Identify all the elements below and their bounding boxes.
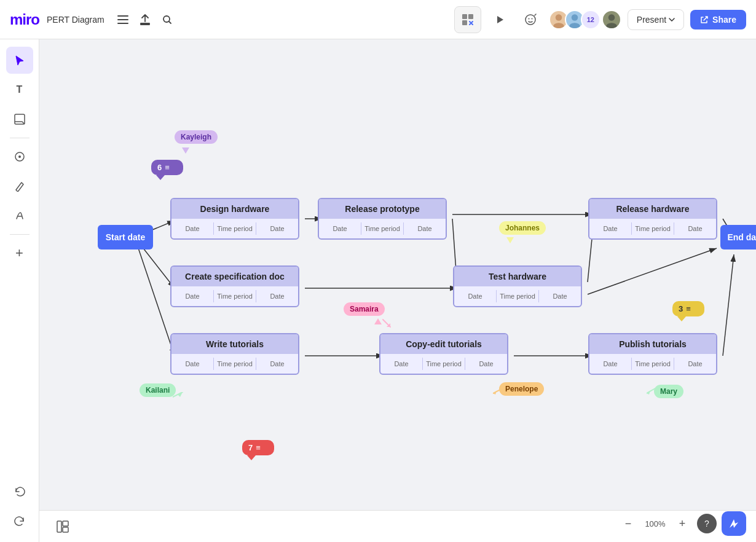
magic-button[interactable]: [722, 511, 746, 536]
test-hardware-body: Date Time period Date: [454, 286, 581, 306]
start-node[interactable]: Start date: [98, 225, 153, 249]
create-spec-node[interactable]: Create specification doc Date Time perio…: [170, 265, 299, 307]
design-hardware-title: Design hardware: [171, 199, 298, 219]
svg-point-15: [608, 14, 615, 21]
svg-line-23: [135, 237, 175, 356]
cursor-johannes-label: Johannes: [499, 221, 546, 235]
svg-point-12: [553, 23, 564, 29]
write-tutorials-title: Write tutorials: [171, 334, 298, 354]
present-button[interactable]: Present: [628, 9, 684, 30]
svg-point-19: [18, 155, 21, 158]
svg-point-14: [569, 23, 580, 29]
release-prototype-title: Release prototype: [319, 199, 446, 219]
export-button[interactable]: [134, 9, 156, 31]
copy-edit-tutorials-node[interactable]: Copy-edit tutorials Date Time period Dat…: [379, 333, 508, 375]
avatar-3[interactable]: [602, 10, 621, 29]
write-tutorials-body: Date Time period Date: [171, 354, 298, 374]
zoom-in-button[interactable]: +: [672, 514, 692, 533]
avatar-count[interactable]: 12: [581, 10, 600, 29]
svg-rect-4: [462, 14, 467, 19]
svg-point-9: [528, 18, 529, 19]
header: miro PERT Diagram: [0, 0, 756, 39]
logo-text: miro: [10, 11, 39, 28]
arrows-svg: [39, 39, 756, 542]
svg-line-33: [588, 248, 717, 294]
publish-tutorials-body: Date Time period Date: [589, 354, 716, 374]
svg-point-8: [526, 15, 535, 25]
svg-rect-6: [462, 20, 467, 25]
redo-tool[interactable]: [6, 508, 33, 535]
create-spec-title: Create specification doc: [171, 267, 298, 286]
smart-tools-button[interactable]: [454, 6, 481, 33]
zoom-out-button[interactable]: −: [618, 514, 638, 533]
release-prototype-body: Date Time period Date: [319, 219, 446, 238]
svg-point-10: [531, 18, 532, 19]
zoom-level: 100%: [643, 519, 667, 528]
svg-rect-2: [117, 23, 128, 24]
svg-point-13: [572, 14, 578, 21]
copy-edit-tutorials-title: Copy-edit tutorials: [380, 334, 507, 354]
release-hardware-node[interactable]: Release hardware Date Time period Date: [588, 198, 717, 240]
comment-bubble-2[interactable]: 3 ≡: [672, 301, 704, 321]
copy-edit-tutorials-body: Date Time period Date: [380, 354, 507, 374]
design-hardware-node[interactable]: Design hardware Date Time period Date: [170, 198, 299, 240]
calligraphy-tool[interactable]: [6, 202, 33, 229]
shapes-tool[interactable]: [6, 143, 33, 170]
release-prototype-node[interactable]: Release prototype Date Time period Date: [318, 198, 447, 240]
cursor-penelope-label: Penelope: [499, 382, 544, 396]
timer-button[interactable]: [487, 7, 512, 32]
search-button[interactable]: [156, 9, 178, 31]
release-hardware-body: Date Time period Date: [589, 219, 716, 238]
avatars: 12: [549, 10, 621, 29]
comment-bubble-3[interactable]: 7 ≡: [242, 440, 274, 460]
help-button[interactable]: ?: [697, 514, 717, 533]
svg-rect-39: [63, 521, 68, 526]
reaction-button[interactable]: [518, 7, 543, 32]
release-hardware-title: Release hardware: [589, 199, 716, 219]
svg-rect-40: [63, 527, 68, 532]
svg-rect-5: [468, 14, 473, 19]
end-node[interactable]: End date: [720, 225, 756, 249]
test-hardware-node[interactable]: Test hardware Date Time period Date: [453, 265, 582, 307]
pen-tool[interactable]: [6, 173, 33, 200]
select-tool[interactable]: [6, 47, 33, 74]
bottom-toolbar: − 100% + ?: [39, 510, 756, 542]
toolbar-divider-2: [10, 234, 30, 235]
svg-line-32: [723, 254, 734, 356]
undo-tool[interactable]: [6, 478, 33, 505]
cursor-kailani-label: Kailani: [140, 383, 176, 397]
share-button[interactable]: Share: [690, 10, 746, 29]
create-spec-body: Date Time period Date: [171, 286, 298, 306]
svg-rect-1: [117, 19, 128, 20]
text-tool[interactable]: T: [6, 76, 33, 103]
svg-point-11: [556, 14, 562, 21]
svg-rect-38: [57, 521, 61, 532]
svg-point-16: [606, 23, 617, 29]
zoom-controls: − 100% + ?: [618, 511, 746, 536]
logo: miro: [10, 11, 39, 28]
board-title: PERT Diagram: [47, 15, 104, 25]
design-hardware-body: Date Time period Date: [171, 219, 298, 238]
sticky-tool[interactable]: [6, 106, 33, 133]
comment-bubble-1[interactable]: 6 ≡: [151, 160, 183, 180]
header-right: 12 Present Share: [454, 6, 746, 33]
cursor-kayleigh-label: Kayleigh: [175, 130, 218, 144]
publish-tutorials-node[interactable]: Publish tutorials Date Time period Date: [588, 333, 717, 375]
panel-button[interactable]: [49, 513, 76, 540]
canvas[interactable]: Start date End date Design hardware Date…: [39, 39, 756, 542]
svg-marker-7: [497, 16, 503, 23]
toolbar-divider-1: [10, 138, 30, 138]
left-toolbar: T +: [0, 39, 39, 542]
menu-button[interactable]: [112, 9, 134, 31]
cursor-mary-label: Mary: [654, 385, 683, 398]
write-tutorials-node[interactable]: Write tutorials Date Time period Date: [170, 333, 299, 375]
cursor-samaira-label: Samaira: [344, 302, 385, 316]
add-tool[interactable]: +: [6, 240, 33, 267]
svg-rect-0: [117, 15, 128, 17]
test-hardware-title: Test hardware: [454, 267, 581, 286]
publish-tutorials-title: Publish tutorials: [589, 334, 716, 354]
